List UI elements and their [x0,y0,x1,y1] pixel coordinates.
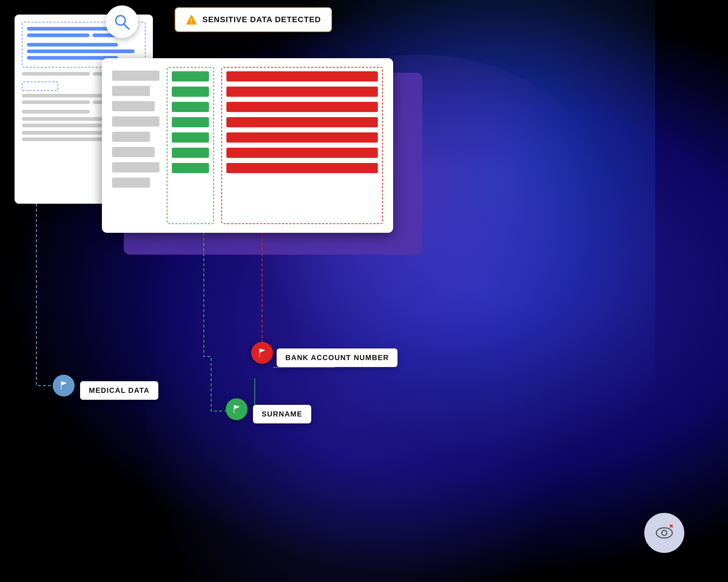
gray-bar-5 [112,132,150,142]
eye-circle [644,513,684,553]
doc-line-4 [27,43,118,47]
doc-gray-4 [22,100,90,104]
doc-gray-6 [22,110,90,113]
medical-label: MEDICAL DATA [80,381,158,400]
main-scene: ! SENSITIVE DATA DETECTED [0,0,728,582]
doc-gray-7 [22,117,115,121]
svg-line-1 [124,24,129,29]
flag-icon-blue [58,380,69,391]
gray-bar-2 [112,86,150,96]
medical-text: MEDICAL DATA [89,386,150,394]
red-flag-badge [251,342,273,364]
surname-label: SURNAME [253,405,311,423]
green-bar-5 [172,132,209,143]
flag-icon-green [231,404,242,415]
red-bar-6 [226,148,378,158]
flag-icon-red [257,347,268,358]
svg-point-4 [656,528,672,538]
red-bar-1 [226,71,378,81]
alert-banner: ! SENSITIVE DATA DETECTED [175,7,332,32]
gray-bar-7 [112,162,159,172]
gray-bar-3 [112,101,155,111]
blue-flag-badge [53,375,75,396]
data-card [102,58,393,233]
data-col-green [167,67,214,224]
gray-bar-4 [112,116,159,127]
red-bar-2 [226,87,378,97]
green-bar-7 [172,163,209,173]
green-bar-4 [172,117,209,127]
doc-line-2 [27,33,90,37]
doc-line-5 [27,49,135,53]
data-col-red [221,67,383,224]
doc-gray-3 [22,94,115,97]
red-bar-3 [226,102,378,112]
data-col-gray [112,67,159,224]
warning-triangle-icon: ! [186,14,197,25]
green-flag-badge [226,398,248,420]
gray-bar-8 [112,178,150,188]
green-bar-3 [172,102,209,112]
doc-gray-1 [22,72,90,76]
green-bar-1 [172,71,209,81]
doc-gray-10 [22,137,108,141]
doc-small-box [22,81,58,91]
svg-text:!: ! [190,17,193,24]
red-bar-7 [226,163,378,173]
gray-bar-1 [112,71,159,81]
alert-text: SENSITIVE DATA DETECTED [202,15,321,24]
bank-account-label: BANK ACCOUNT NUMBER [277,348,397,367]
search-circle [106,5,138,38]
svg-point-5 [662,530,667,535]
red-bar-5 [226,132,378,143]
eye-icon [653,522,675,544]
bank-account-text: BANK ACCOUNT NUMBER [285,354,389,362]
gray-bar-6 [112,147,155,157]
surname-text: SURNAME [262,410,302,418]
search-icon [113,13,131,31]
doc-gray-8 [22,124,102,127]
red-bar-4 [226,117,378,127]
green-bar-2 [172,87,209,97]
green-bar-6 [172,148,209,158]
